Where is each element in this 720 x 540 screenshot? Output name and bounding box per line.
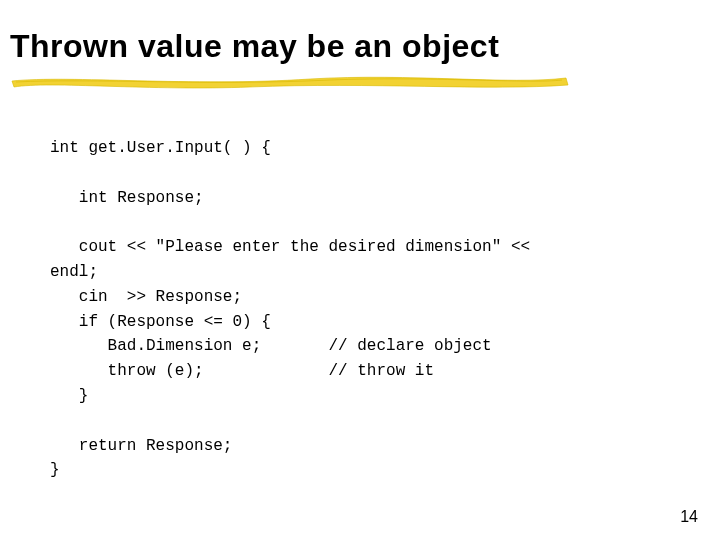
title-underline	[10, 73, 570, 87]
brush-underline-icon	[10, 73, 570, 91]
title-area: Thrown value may be an object	[10, 28, 710, 87]
slide-title: Thrown value may be an object	[10, 28, 710, 71]
page-number: 14	[680, 508, 698, 526]
code-block: int get.User.Input( ) { int Response; co…	[50, 136, 670, 483]
slide: Thrown value may be an object int get.Us…	[0, 0, 720, 540]
